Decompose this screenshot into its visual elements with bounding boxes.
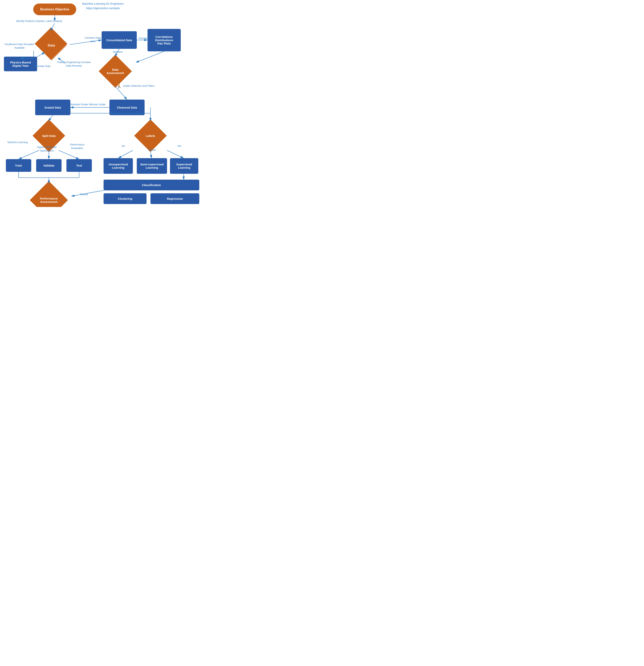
header-title-text: Machine Learning for Engineers — [82, 2, 124, 5]
identify-features-label: Identify Features (Inputs), Label (Outpu… — [6, 19, 72, 22]
simulate-data-label: Simulate Data — [33, 65, 52, 68]
insufficient-data-label: Insufficient Data Simulator Available — [4, 42, 35, 50]
machine-learning-text: Machine Learning — [7, 141, 28, 144]
labels-label: Labels — [146, 134, 155, 138]
regression-label: Regression — [167, 197, 183, 200]
visualize-label: Visualize — [138, 37, 149, 40]
partial-label: Partial — [146, 148, 158, 151]
train-label: Train — [15, 164, 22, 167]
cleansed-data-node: Cleansed Data — [109, 100, 145, 115]
train-node: Train — [6, 159, 31, 172]
unsupervised-label: Unsupervised Learning — [108, 163, 128, 169]
hyper-param-text: Hyper-Parameter Optimization — [37, 146, 57, 152]
clustering-node: Clustering — [104, 193, 147, 204]
outlier-detection-text: Outlier Detection and Filters — [123, 84, 154, 87]
test-node: Test — [66, 159, 92, 172]
combine-data-label: Combine Data Sets — [82, 36, 104, 43]
header-url: https://apmonitor.com/pds — [86, 6, 120, 10]
yes-text: Yes — [177, 144, 181, 147]
clustering-label: Clustering — [118, 197, 132, 200]
hyper-param-label: Hyper-Parameter Optimization — [34, 145, 60, 153]
standard-scaler-label: Standard Scaler Minmax Scaler — [68, 103, 107, 106]
business-objective-node: Business Objective — [33, 3, 76, 15]
classification-label: Classification — [142, 183, 161, 187]
svg-line-21 — [58, 150, 79, 159]
unsupervised-node: Unsupervised Learning — [104, 158, 133, 174]
physics-twin-node: Physics-Based Digital Twin — [4, 57, 37, 71]
performance-assessment-label: Performance Assessment — [40, 197, 58, 204]
combine-data-text: Combine Data Sets — [85, 36, 101, 43]
no-label: No — [120, 144, 127, 147]
deploy-text: Deploy — [80, 193, 88, 196]
data-label: Data — [48, 43, 55, 48]
standard-scaler-text: Standard Scaler Minmax Scaler — [70, 103, 106, 106]
correlations-label: Correlations Distributions Pair Plots — [155, 35, 173, 45]
semi-supervised-label: Semi-supervised Learning — [140, 163, 164, 169]
svg-line-28 — [167, 150, 184, 158]
validate-label: Validate — [44, 164, 54, 167]
physics-twin-label: Physics-Based Digital Twin — [10, 61, 31, 67]
data-assessment-label: Data Assessment — [107, 68, 124, 75]
header-title: Machine Learning for Engineers https://a… — [82, 2, 124, 10]
no-text: No — [122, 144, 125, 147]
validate-node: Validate — [36, 159, 62, 172]
partial-text: Partial — [149, 148, 156, 151]
semi-supervised-node: Semi-supervised Learning — [137, 158, 167, 174]
insufficient-data-text: Insufficient Data Simulator Available — [5, 43, 34, 49]
performance-eval-label: Performance Evaluation — [66, 143, 89, 150]
walking-icon: 🚶 — [116, 82, 123, 88]
correlations-node: Correlations Distributions Pair Plots — [148, 29, 181, 51]
feature-engineering-label: Feature Engineering Increase Data Divers… — [54, 60, 94, 68]
statistics-label: Statistics — [110, 50, 125, 53]
identify-features-text: Identify Features (Inputs), Label (Outpu… — [16, 19, 62, 22]
yes-label: Yes — [176, 144, 183, 147]
supervised-node: Supervised Learning — [170, 158, 198, 174]
test-label: Test — [76, 164, 82, 167]
visualize-text: Visualize — [138, 37, 149, 40]
consolidated-data-label: Consolidated Data — [106, 38, 132, 42]
data-assessment-diamond: Data Assessment — [96, 57, 135, 86]
svg-line-26 — [118, 150, 133, 158]
labels-diamond: Labels — [131, 121, 170, 150]
svg-line-7 — [136, 51, 164, 63]
simulate-data-text: Simulate Data — [35, 65, 51, 68]
machine-learning-label: Machine Learning — [7, 141, 28, 144]
supervised-label: Supervised Learning — [176, 163, 192, 169]
performance-eval-text: Performance Evaluation — [70, 143, 84, 150]
cleansed-data-label: Cleansed Data — [117, 106, 137, 109]
deploy-label: Deploy — [78, 193, 90, 196]
scaled-data-label: Scaled Data — [44, 106, 61, 109]
performance-assessment-diamond: Performance Assessment — [27, 183, 70, 207]
statistics-text: Statistics — [113, 50, 123, 53]
business-objective-label: Business Objective — [40, 7, 69, 11]
consolidated-data-node: Consolidated Data — [102, 31, 137, 49]
regression-node: Regression — [150, 193, 199, 204]
classification-node: Classification — [104, 180, 199, 190]
scaled-data-node: Scaled Data — [35, 100, 70, 115]
data-diamond: Data — [33, 30, 70, 60]
feature-engineering-text: Feature Engineering Increase Data Divers… — [57, 61, 90, 67]
outlier-detection-label: Outlier Detection and Filters — [119, 84, 158, 88]
split-data-label: Split Data — [42, 134, 55, 138]
